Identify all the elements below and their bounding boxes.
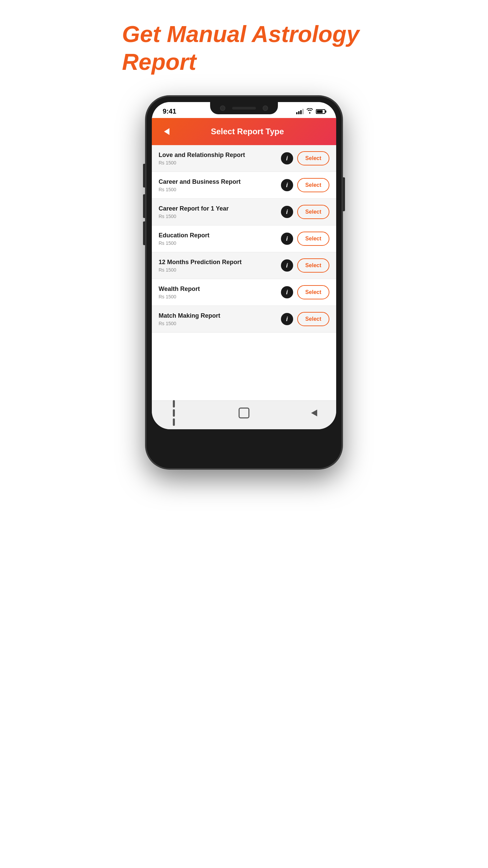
report-text-1: Love and Relationship Report Rs 1500 [159,152,277,165]
nav-lines-button[interactable] [165,406,182,420]
report-text-2: Career and Business Report Rs 1500 [159,178,277,192]
select-button-5[interactable]: Select [297,258,329,273]
battery-fill [317,110,323,113]
status-bar: 9:41 [152,102,336,118]
report-text-7: Match Making Report Rs 1500 [159,312,277,326]
report-price-3: Rs 1500 [159,214,277,219]
signal-bar-2 [298,111,300,114]
report-list: Love and Relationship Report Rs 1500 i S… [152,145,336,333]
status-time: 9:41 [163,107,176,115]
info-icon-7[interactable]: i [281,313,293,325]
app-header: Select Report Type [152,118,336,145]
signal-bar-1 [296,112,298,114]
report-name-6: Wealth Report [159,285,277,293]
nav-line-3 [173,418,175,426]
notch-camera-2 [263,105,268,111]
back-button[interactable] [160,125,174,138]
info-icon-5[interactable]: i [281,259,293,272]
info-icon-6[interactable]: i [281,286,293,298]
phone-frame: 9:41 [146,96,342,469]
report-item-2: Career and Business Report Rs 1500 i Sel… [152,172,336,199]
nav-home-icon [239,408,249,418]
status-icons [296,108,325,115]
nav-line-2 [173,409,175,417]
notch-speaker [232,107,256,110]
report-item-7: Match Making Report Rs 1500 i Select [152,306,336,333]
report-price-7: Rs 1500 [159,321,277,326]
report-name-2: Career and Business Report [159,178,277,185]
report-item-3: Career Report for 1 Year Rs 1500 i Selec… [152,199,336,225]
report-name-4: Education Report [159,232,277,239]
nav-back-icon [311,410,317,416]
battery-icon [316,109,325,114]
nav-lines-icon [173,400,175,426]
nav-line-1 [173,400,175,408]
header-title: Select Report Type [180,127,314,136]
report-price-6: Rs 1500 [159,294,277,299]
report-price-2: Rs 1500 [159,187,277,192]
info-icon-1[interactable]: i [281,152,293,164]
nav-back-button[interactable] [306,406,323,420]
select-button-2[interactable]: Select [297,178,329,192]
phone-screen: 9:41 [152,102,336,429]
report-name-3: Career Report for 1 Year [159,205,277,212]
page-title: Get Manual Astrology Report [102,20,386,96]
report-item-5: 12 Months Prediction Report Rs 1500 i Se… [152,252,336,279]
report-item-6: Wealth Report Rs 1500 i Select [152,279,336,306]
signal-bar-3 [300,110,302,114]
report-price-5: Rs 1500 [159,267,277,273]
notch-camera [220,105,225,111]
select-button-1[interactable]: Select [297,151,329,165]
bottom-nav [152,400,336,429]
back-arrow-icon [164,128,169,135]
report-name-1: Love and Relationship Report [159,152,277,159]
report-name-5: 12 Months Prediction Report [159,259,277,266]
select-button-6[interactable]: Select [297,285,329,299]
nav-home-button[interactable] [236,406,252,420]
report-price-1: Rs 1500 [159,160,277,165]
report-text-3: Career Report for 1 Year Rs 1500 [159,205,277,219]
notch [210,102,278,114]
report-item-4: Education Report Rs 1500 i Select [152,225,336,252]
info-icon-4[interactable]: i [281,233,293,245]
select-button-4[interactable]: Select [297,232,329,246]
wifi-icon [306,108,313,115]
report-empty-space [152,333,336,400]
signal-bars [296,109,304,114]
report-item-1: Love and Relationship Report Rs 1500 i S… [152,145,336,172]
signal-bar-4 [302,109,304,114]
select-button-3[interactable]: Select [297,205,329,219]
report-text-5: 12 Months Prediction Report Rs 1500 [159,259,277,273]
report-name-7: Match Making Report [159,312,277,319]
info-icon-3[interactable]: i [281,206,293,218]
report-price-4: Rs 1500 [159,240,277,246]
select-button-7[interactable]: Select [297,312,329,326]
page-wrapper: Get Manual Astrology Report 9:41 [102,20,386,469]
info-icon-2[interactable]: i [281,179,293,191]
report-text-4: Education Report Rs 1500 [159,232,277,246]
report-text-6: Wealth Report Rs 1500 [159,285,277,299]
